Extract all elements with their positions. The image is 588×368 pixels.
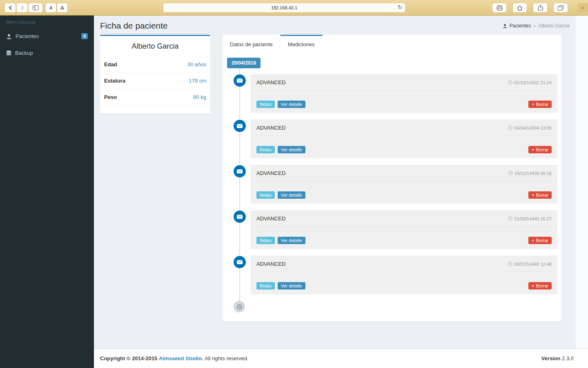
measurement-timestamp: 16/11/14439 09:18 xyxy=(508,171,552,176)
tabs-icon xyxy=(558,5,564,11)
timeline-entry: ADVANCED 01/10/14302 21:24 Notas V xyxy=(251,74,557,113)
envelope-icon xyxy=(234,211,246,223)
patient-row-peso: Peso 80 kg xyxy=(100,89,210,105)
tab-datos-de-paciente[interactable]: Datos de paciente xyxy=(223,35,280,52)
ver-detalle-button[interactable]: Ver detalle xyxy=(278,237,305,244)
pacientes-count-badge: 6 xyxy=(81,33,88,39)
chevron-right-icon xyxy=(20,5,24,10)
close-icon: × xyxy=(532,102,534,107)
timestamp-text: 30/07/14440 12:48 xyxy=(514,262,552,267)
page-title: Ficha de paciente xyxy=(100,21,168,31)
timestamp-text: 03/04/14304 13:05 xyxy=(514,126,552,130)
rights-text: All rights reserved. xyxy=(205,355,249,361)
timestamp-text: 21/03/14440 15:27 xyxy=(514,216,552,221)
measurement-title: ADVANCED xyxy=(256,79,285,85)
reader-sidebar-icon xyxy=(33,5,39,10)
back-button[interactable] xyxy=(5,3,16,12)
increase-font-button[interactable]: A xyxy=(57,3,67,12)
envelope-icon xyxy=(234,120,246,132)
main-content: Ficha de paciente Pacientes > Alberto Ga… xyxy=(94,16,588,368)
sidebar-item-pacientes[interactable]: Pacientes 6 xyxy=(0,28,94,45)
clock-icon xyxy=(508,262,512,266)
chevron-left-icon xyxy=(9,5,12,10)
borrar-label: Borrar xyxy=(536,102,548,107)
print-button[interactable] xyxy=(492,3,506,12)
timeline-entry: ADVANCED 03/04/14304 13:05 Notas V xyxy=(251,119,557,158)
row-label: Peso xyxy=(104,94,117,100)
row-value: 179 cm xyxy=(189,78,206,84)
content-header: Ficha de paciente Pacientes > Alberto Ga… xyxy=(94,16,588,35)
ver-detalle-button[interactable]: Ver detalle xyxy=(278,146,305,153)
tab-mediciones[interactable]: Mediciones xyxy=(280,35,323,52)
version-label: Version xyxy=(541,355,560,361)
footer-version: Version 2.3.0 xyxy=(541,355,574,361)
almsaeed-studio-link[interactable]: Almsaeed Studio. xyxy=(159,355,203,361)
user-icon xyxy=(6,34,12,39)
timeline-entry: ADVANCED 21/03/14440 15:27 Notas V xyxy=(251,210,557,249)
borrar-button[interactable]: × Borrar xyxy=(528,101,552,108)
tab-box: Datos de paciente Mediciones 20/04/2016 xyxy=(223,35,561,321)
share-button[interactable] xyxy=(533,3,547,12)
measurement-timestamp: 21/03/14440 15:27 xyxy=(508,216,552,221)
patient-row-estatura: Estatura 179 cm xyxy=(100,73,210,89)
patient-name: Alberto Garcia xyxy=(100,36,210,56)
sidebar-item-label: Pacientes xyxy=(16,33,39,39)
measurement-panel: ADVANCED 16/11/14439 09:18 Notas V xyxy=(251,165,557,204)
measurement-title: ADVANCED xyxy=(256,215,285,222)
printer-icon xyxy=(497,5,503,11)
measurements-timeline: 20/04/2016 ADVANCED xyxy=(227,57,557,312)
patient-row-edad: Edad 30 años xyxy=(100,56,210,73)
close-icon: × xyxy=(532,147,534,152)
breadcrumb-current: Alberto Garcia xyxy=(538,23,570,29)
breadcrumb-pacientes-link[interactable]: Pacientes xyxy=(510,23,531,29)
user-icon xyxy=(503,24,507,28)
home-button[interactable] xyxy=(513,3,527,12)
footer-copyright: Copyright © 2014-2015 Almsaeed Studio. A… xyxy=(100,355,249,361)
database-icon xyxy=(6,50,11,56)
plus-icon: + xyxy=(581,5,584,11)
new-tab-button[interactable]: + xyxy=(577,3,588,12)
timestamp-text: 01/10/14302 21:24 xyxy=(514,80,552,85)
close-icon: × xyxy=(532,193,534,197)
timeline-entry: ADVANCED 16/11/14439 09:18 Notas V xyxy=(251,165,557,204)
font-large-label: A xyxy=(60,5,64,11)
sidebar-item-label: Backup xyxy=(15,50,33,56)
notas-button[interactable]: Notas xyxy=(256,282,275,289)
measurement-panel: ADVANCED 21/03/14440 15:27 Notas V xyxy=(251,210,557,249)
timestamp-text: 16/11/14439 09:18 xyxy=(514,171,552,176)
notas-button[interactable]: Notas xyxy=(256,146,275,153)
ver-detalle-button[interactable]: Ver detalle xyxy=(278,101,305,108)
clock-icon xyxy=(508,80,512,85)
borrar-button[interactable]: × Borrar xyxy=(528,146,552,153)
measurement-panel: ADVANCED 03/04/14304 13:05 Notas V xyxy=(251,119,557,158)
borrar-button[interactable]: × Borrar xyxy=(528,282,552,289)
borrar-button[interactable]: × Borrar xyxy=(528,237,552,244)
notas-button[interactable]: Notas xyxy=(256,237,275,244)
tabs-overview-button[interactable] xyxy=(554,3,568,12)
copyright-text: Copyright © 2014-2015 xyxy=(100,355,157,361)
sidebar-menu-header: Menú principal xyxy=(0,16,94,28)
notas-button[interactable]: Notas xyxy=(256,191,275,199)
ver-detalle-button[interactable]: Ver detalle xyxy=(278,191,305,199)
envelope-icon xyxy=(234,256,246,268)
ver-detalle-button[interactable]: Ver detalle xyxy=(278,282,305,289)
decrease-font-button[interactable]: A xyxy=(46,3,56,12)
sidebar-toggle-button[interactable] xyxy=(29,3,42,12)
row-value: 30 años xyxy=(187,61,206,67)
breadcrumb-separator: > xyxy=(533,24,536,28)
borrar-label: Borrar xyxy=(536,238,548,243)
measurement-timestamp: 01/10/14302 21:24 xyxy=(508,80,552,85)
borrar-button[interactable]: × Borrar xyxy=(528,191,552,199)
timeline-entry: ADVANCED 30/07/14440 12:48 Notas V xyxy=(251,256,557,294)
close-icon: × xyxy=(532,283,534,288)
notas-button[interactable]: Notas xyxy=(256,101,275,108)
url-text: 192.168.43.1 xyxy=(271,5,297,10)
address-bar[interactable]: 192.168.43.1 ↻ xyxy=(163,3,405,12)
tab-content-mediciones: 20/04/2016 ADVANCED xyxy=(223,53,561,321)
borrar-label: Borrar xyxy=(536,283,548,288)
row-label: Estatura xyxy=(104,78,125,84)
sidebar-item-backup[interactable]: Backup xyxy=(0,45,94,61)
reload-icon[interactable]: ↻ xyxy=(398,4,402,10)
version-value: 2.3.0 xyxy=(562,355,574,361)
forward-button[interactable] xyxy=(17,3,27,12)
